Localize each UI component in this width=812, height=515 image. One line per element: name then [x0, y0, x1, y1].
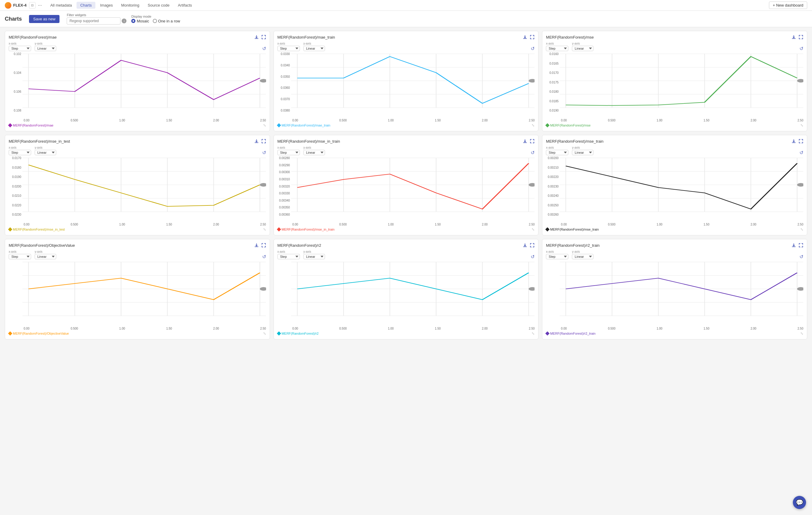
chart-dot-chart7[interactable] [260, 287, 266, 291]
save-as-new-button[interactable]: Save as new [29, 15, 59, 23]
expand-button-chart9[interactable] [799, 243, 803, 248]
legend-text-chart4: MERF(RandomForest)/mse_in_test [13, 228, 65, 231]
chart-dot-chart2[interactable] [529, 79, 534, 83]
chart-wrapper-chart4: 0.01700.01800.01900.02000.02100.02200.02… [9, 156, 266, 226]
x-axis-select-chart4[interactable]: StepRelativeWall time [9, 150, 31, 155]
x-axis-select-chart7[interactable]: StepRelativeWall time [9, 254, 31, 259]
chart-plot-chart9 [560, 260, 803, 326]
chart-dot-chart9[interactable] [798, 287, 803, 291]
x-axis-select-chart3[interactable]: StepRelativeWall time [546, 46, 568, 51]
chart-wrapper-chart5: 0.002800.002900.003000.003100.003200.003… [278, 156, 535, 226]
chart-plot-chart3 [560, 52, 803, 118]
y-axis-select-chart2[interactable]: LinearLog [303, 46, 325, 51]
y-axis-labels-chart6: 0.002000.002100.002200.002300.002400.002… [546, 156, 560, 222]
download-button-chart6[interactable] [791, 139, 796, 144]
chart-title-chart2: MERF(RandomForest)/mae_train [278, 35, 335, 39]
chart-dot-chart8[interactable] [529, 287, 534, 291]
expand-button[interactable]: ⊡ [29, 2, 36, 9]
tab-source-code[interactable]: Source code [144, 2, 173, 9]
one-in-row-option[interactable]: One in a row [153, 19, 180, 23]
new-dashboard-button[interactable]: + New dashboard [769, 1, 807, 9]
y-axis-select-chart9[interactable]: LinearLog [572, 254, 593, 259]
legend-expand-icon-chart7[interactable]: ⤡ [263, 332, 266, 336]
download-button-chart4[interactable] [254, 139, 259, 144]
legend-expand-icon-chart2[interactable]: ⤡ [531, 123, 534, 127]
x-axis-select-chart8[interactable]: StepRelativeWall time [278, 254, 300, 259]
chart-dot-chart6[interactable] [798, 183, 803, 187]
x-axis-select-chart1[interactable]: StepRelativeWall time [9, 46, 31, 51]
tab-charts[interactable]: Charts [77, 2, 95, 9]
download-button-chart2[interactable] [523, 35, 527, 39]
reset-button-chart3[interactable]: ↺ [800, 46, 803, 51]
reset-button-chart2[interactable]: ↺ [531, 46, 534, 51]
expand-button-chart2[interactable] [530, 35, 534, 39]
legend-expand-icon-chart4[interactable]: ⤡ [263, 227, 266, 231]
chart-card-chart8: MERF(RandomForest)/r2x-axis StepRelative… [273, 239, 539, 339]
chart-card-chart5: MERF(RandomForest)/mse_in_trainx-axis St… [273, 135, 539, 235]
reset-button-chart6[interactable]: ↺ [800, 150, 803, 155]
download-button-chart8[interactable] [523, 243, 527, 248]
more-options-icon[interactable]: ··· [38, 3, 42, 8]
x-axis-select-chart5[interactable]: StepRelativeWall time [278, 150, 300, 155]
chart-controls-chart2: x-axis StepRelativeWall time y-axis Line… [278, 42, 535, 51]
reset-button-chart4[interactable]: ↺ [262, 150, 266, 155]
reset-button-chart5[interactable]: ↺ [531, 150, 534, 155]
chart-plot-chart5 [291, 156, 535, 222]
info-icon[interactable]: i [122, 19, 126, 23]
filter-input[interactable] [67, 17, 120, 25]
x-axis-select-chart2[interactable]: StepRelativeWall time [278, 46, 300, 51]
tab-artifacts[interactable]: Artifacts [174, 2, 196, 9]
download-button-chart1[interactable] [254, 35, 259, 39]
x-axis-select-chart9[interactable]: StepRelativeWall time [546, 254, 568, 259]
reset-button-chart7[interactable]: ↺ [262, 255, 266, 259]
download-button-chart9[interactable] [791, 243, 796, 248]
legend-expand-icon-chart9[interactable]: ⤡ [800, 332, 803, 336]
legend-expand-icon-chart5[interactable]: ⤡ [531, 227, 534, 231]
y-axis-select-chart5[interactable]: LinearLog [303, 150, 325, 155]
y-axis-select-chart8[interactable]: LinearLog [303, 254, 325, 259]
legend-expand-icon-chart6[interactable]: ⤡ [800, 227, 803, 231]
toolbar: Charts Save as new Filter widgets i Disp… [0, 11, 812, 27]
reset-button-chart9[interactable]: ↺ [800, 255, 803, 259]
legend-expand-icon-chart8[interactable]: ⤡ [531, 332, 534, 336]
tab-all-metadata[interactable]: All metadata [47, 2, 75, 9]
one-in-row-radio[interactable] [153, 19, 157, 23]
legend-expand-icon-chart3[interactable]: ⤡ [800, 123, 803, 127]
expand-button-chart4[interactable] [261, 139, 266, 144]
y-axis-select-chart4[interactable]: LinearLog [35, 150, 56, 155]
chart-line-chart3 [566, 57, 798, 106]
chart-legend-chart8: MERF(RandomForest)/r2⤡ [278, 332, 535, 336]
mosaic-option[interactable]: Mosaic [131, 19, 149, 23]
x-axis-select-chart6[interactable]: StepRelativeWall time [546, 150, 568, 155]
chart-dot-chart5[interactable] [529, 183, 534, 187]
y-axis-select-chart3[interactable]: LinearLog [572, 46, 593, 51]
expand-button-chart7[interactable] [261, 243, 266, 248]
mosaic-radio[interactable] [131, 19, 136, 23]
legend-text-chart2: MERF(RandomForest)/mae_train [282, 123, 330, 127]
y-axis-select-chart1[interactable]: LinearLog [35, 46, 56, 51]
download-button-chart5[interactable] [523, 139, 527, 144]
chart-title-chart1: MERF(RandomForest)/mae [9, 35, 57, 39]
chart-dot-chart4[interactable] [260, 183, 266, 187]
reset-button-chart8[interactable]: ↺ [531, 255, 534, 259]
x-axis-labels-chart5: 0.000.5001.001.502.002.50 [278, 223, 535, 226]
chart-controls-chart4: x-axis StepRelativeWall time y-axis Line… [9, 146, 266, 155]
expand-button-chart1[interactable] [261, 35, 266, 39]
expand-button-chart3[interactable] [799, 35, 803, 39]
chart-actions-chart2 [523, 35, 534, 39]
chart-dot-chart3[interactable] [798, 79, 803, 83]
y-axis-select-chart7[interactable]: LinearLog [35, 254, 56, 259]
chart-dot-chart1[interactable] [260, 79, 266, 83]
download-button-chart3[interactable] [791, 35, 796, 39]
legend-expand-icon-chart1[interactable]: ⤡ [263, 123, 266, 127]
expand-button-chart6[interactable] [799, 139, 803, 144]
tab-monitoring[interactable]: Monitoring [117, 2, 143, 9]
chart-inner-chart2: 0.03300.03400.03500.03600.03700.0380 [278, 52, 535, 118]
reset-button-chart1[interactable]: ↺ [262, 46, 266, 51]
y-axis-select-chart6[interactable]: LinearLog [572, 150, 593, 155]
expand-button-chart5[interactable] [530, 139, 534, 144]
tab-images[interactable]: Images [96, 2, 117, 9]
x-axis-labels-chart1: 0.000.5001.001.502.002.50 [9, 119, 266, 122]
expand-button-chart8[interactable] [530, 243, 534, 248]
download-button-chart7[interactable] [254, 243, 259, 248]
